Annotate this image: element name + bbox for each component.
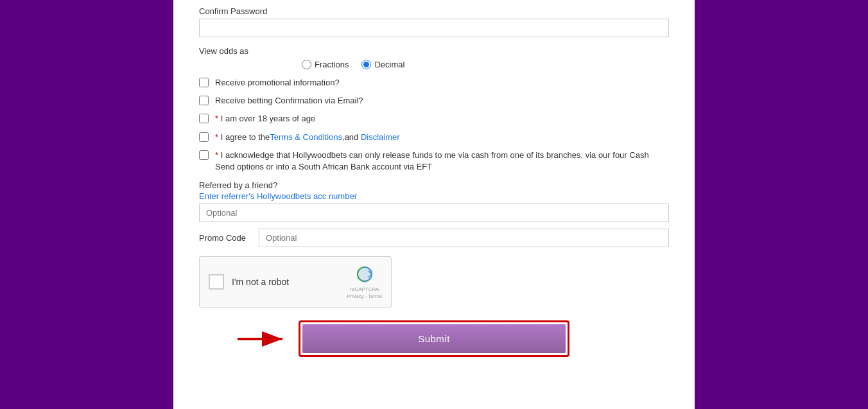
right-background xyxy=(695,0,868,409)
recaptcha-label: reCAPTCHA xyxy=(350,286,379,292)
captcha-privacy-terms: Privacy · Terms xyxy=(347,293,382,299)
captcha-text: I'm not a robot xyxy=(232,277,339,287)
view-odds-section: View odds as Fractions Decimal xyxy=(199,46,669,69)
acknowledge-checkbox[interactable] xyxy=(199,150,209,160)
age-required-star: * xyxy=(215,114,218,123)
terms-prefix: I agree to the xyxy=(221,132,270,142)
promo-code-label: Promo Code xyxy=(199,233,246,243)
terms-label: * I agree to theTerms & Conditions,and D… xyxy=(215,132,400,143)
fractions-radio[interactable] xyxy=(302,60,311,69)
acknowledge-required-star: * xyxy=(215,150,221,160)
age-checkbox-item: * I am over 18 years of age xyxy=(199,113,669,125)
submit-section: Submit xyxy=(199,320,669,357)
page-wrapper: Confirm Password View odds as Fractions … xyxy=(0,0,868,409)
confirm-password-section: Confirm Password xyxy=(199,6,669,37)
fractions-label: Fractions xyxy=(315,60,349,69)
referred-input[interactable] xyxy=(199,204,669,222)
decimal-radio-label[interactable]: Decimal xyxy=(361,60,404,69)
odds-radio-group: Fractions Decimal xyxy=(302,60,669,69)
left-background xyxy=(0,0,173,409)
fractions-radio-label[interactable]: Fractions xyxy=(302,60,349,69)
captcha-checkbox[interactable] xyxy=(209,274,224,290)
disclaimer-link[interactable]: Disclaimer xyxy=(361,132,400,142)
recaptcha-icon xyxy=(354,265,375,285)
referred-sublabel: Enter referrer's Hollywoodbets acc numbe… xyxy=(199,191,669,201)
terms-required-star: * xyxy=(215,132,221,142)
view-odds-label: View odds as xyxy=(199,46,669,56)
betting-label: Receive betting Confirmation via Email? xyxy=(215,95,363,107)
captcha-box[interactable]: I'm not a robot reCAPTCHA Privacy · Term… xyxy=(199,256,392,308)
terms-checkbox-item: * I agree to theTerms & Conditions,and D… xyxy=(199,132,669,143)
promo-code-input[interactable] xyxy=(259,229,669,247)
age-label: * I am over 18 years of age xyxy=(215,113,315,125)
promo-section: Promo Code xyxy=(199,229,669,247)
promo-checkbox-item: Receive promotional information? xyxy=(199,77,669,89)
referred-section: Referred by a friend? Enter referrer's H… xyxy=(199,180,669,222)
checkboxes-section: Receive promotional information? Receive… xyxy=(199,77,669,173)
acknowledge-label: * I acknowledge that Hollywoodbets can o… xyxy=(215,150,669,173)
acknowledge-checkbox-item: * I acknowledge that Hollywoodbets can o… xyxy=(199,150,669,173)
decimal-label: Decimal xyxy=(374,60,404,69)
promo-checkbox[interactable] xyxy=(199,78,209,87)
arrow-icon xyxy=(238,329,289,349)
decimal-radio[interactable] xyxy=(361,60,371,69)
age-checkbox[interactable] xyxy=(199,114,209,123)
promo-label: Receive promotional information? xyxy=(215,77,340,89)
betting-checkbox[interactable] xyxy=(199,96,209,105)
main-content: Confirm Password View odds as Fractions … xyxy=(173,0,695,409)
terms-conditions-link[interactable]: Terms & Conditions xyxy=(270,132,342,142)
terms-and: ,and xyxy=(342,132,361,142)
submit-button[interactable]: Submit xyxy=(302,324,566,353)
submit-button-wrapper: Submit xyxy=(299,320,569,357)
confirm-password-label: Confirm Password xyxy=(199,6,669,16)
arrow-indicator xyxy=(238,329,289,349)
captcha-logo-area: reCAPTCHA Privacy · Terms xyxy=(347,265,382,299)
confirm-password-input[interactable] xyxy=(199,19,669,37)
captcha-section: I'm not a robot reCAPTCHA Privacy · Term… xyxy=(199,256,669,308)
betting-checkbox-item: Receive betting Confirmation via Email? xyxy=(199,95,669,107)
referred-label: Referred by a friend? xyxy=(199,180,669,190)
terms-checkbox[interactable] xyxy=(199,132,209,142)
